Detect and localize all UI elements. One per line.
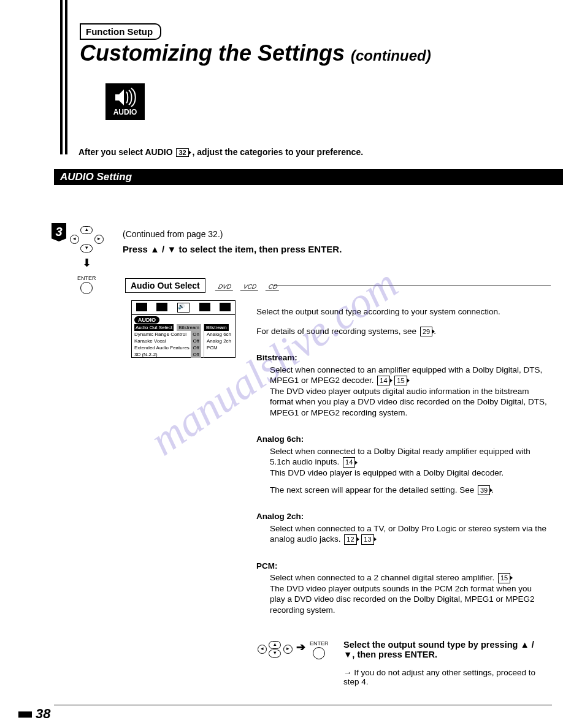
audio-out-select-heading: Audio Out Select bbox=[125, 278, 205, 293]
nav-block-bottom: ◂ ▴▾ ▸ ➔ ENTER bbox=[258, 639, 329, 659]
menu-opt: Analog 2ch bbox=[204, 338, 232, 344]
press-instruction: Press ▲ / ▼ to select the item, then pre… bbox=[123, 244, 342, 254]
vertical-rule-2 bbox=[65, 0, 67, 154]
menu-opt: Bitstream bbox=[204, 324, 229, 331]
bitstream-heading: Bitstream: bbox=[256, 352, 548, 363]
txt: This DVD video player is equipped with a… bbox=[270, 468, 504, 477]
description-column: Select the output sound type according t… bbox=[256, 304, 548, 615]
menu-item: Karaoke Vocal bbox=[134, 338, 166, 344]
enter-label: ENTER bbox=[77, 275, 96, 281]
analog6ch-body: Select when connected to a Dolby Digital… bbox=[256, 446, 548, 495]
audio-icon: AUDIO bbox=[105, 83, 145, 120]
p-output-type: Select the output sound type according t… bbox=[256, 306, 548, 317]
analog2ch-heading: Analog 2ch: bbox=[256, 511, 548, 522]
pcm-body: Select when connected to a 2 channel dig… bbox=[256, 572, 548, 615]
menu-items: Audio Out SelectBitstream Dynamic Range … bbox=[134, 324, 201, 358]
page-ref-15: 15 bbox=[394, 376, 407, 385]
section-tab: Function Setup bbox=[80, 23, 161, 40]
txt: Select when connected to a 2 channel dig… bbox=[270, 573, 497, 582]
menu-val: Off bbox=[191, 351, 201, 358]
page-ref-32: 32 bbox=[176, 148, 188, 157]
enter-button-icon-2 bbox=[313, 647, 325, 659]
page-ref-12: 12 bbox=[344, 534, 356, 544]
menu-val: Bitstream bbox=[177, 324, 201, 331]
menu-opt: PCM bbox=[204, 344, 232, 351]
txt: The DVD video player outputs sounds in t… bbox=[270, 584, 534, 615]
menu-val: Off bbox=[191, 344, 201, 351]
audio-icon-label: AUDIO bbox=[113, 108, 137, 116]
fmt-cd: CD bbox=[266, 283, 281, 290]
analog6ch-heading: Analog 6ch: bbox=[256, 434, 548, 445]
pcm-heading: PCM: bbox=[256, 561, 548, 572]
intro-text: After you select AUDIO 32 , adjust the c… bbox=[79, 147, 363, 157]
speaker-tab-icon: 🔊 bbox=[177, 303, 190, 313]
txt: The next screen will appear for the deta… bbox=[270, 485, 477, 495]
select-sub-instruction: → If you do not adjust any other setting… bbox=[343, 668, 546, 686]
analog2ch-body: Select when connected to a TV, or Dolby … bbox=[256, 523, 548, 545]
enter-button-icon bbox=[80, 282, 93, 294]
format-tags: DVD VCD CD bbox=[211, 281, 280, 290]
txt: Select when connected to a Dolby Digital… bbox=[270, 447, 530, 467]
enter-label-2: ENTER bbox=[310, 640, 329, 646]
fmt-vcd: VCD bbox=[240, 283, 260, 290]
divider-line bbox=[274, 286, 551, 286]
page-title: Customizing the Settings (continued) bbox=[80, 40, 431, 66]
intro-after: , adjust the categories to your preferen… bbox=[193, 147, 364, 157]
menu-item: Extended Audio Features bbox=[134, 344, 190, 351]
menu-val: Off bbox=[191, 338, 201, 344]
page-number: 38 bbox=[18, 706, 50, 722]
title-continued: (continued) bbox=[351, 47, 431, 64]
menu-item: Dynamic Range Control bbox=[134, 331, 186, 338]
page-ref-29: 29 bbox=[420, 327, 432, 336]
audio-setting-bar: AUDIO Setting bbox=[54, 169, 563, 185]
title-main: Customizing the Settings bbox=[80, 40, 345, 66]
page-ref-39: 39 bbox=[478, 485, 490, 495]
menu-audio-label: AUDIO bbox=[134, 316, 159, 324]
select-instruction: Select the output sound type by pressing… bbox=[343, 640, 546, 659]
txt: The DVD video player outputs digital aud… bbox=[270, 387, 547, 417]
page-ref-14b: 14 bbox=[343, 457, 355, 467]
vertical-rule-1 bbox=[60, 0, 63, 154]
menu-item: Audio Out Select bbox=[134, 324, 174, 331]
onscreen-menu: 🔊 AUDIO Audio Out SelectBitstream Dynami… bbox=[131, 300, 236, 358]
nav-pad-icon: ▴ ◂ ▸ ▾ ⬇ ENTER bbox=[70, 226, 104, 294]
menu-options: Bitstream Analog 6ch Analog 2ch PCM bbox=[204, 324, 232, 358]
fmt-dvd: DVD bbox=[215, 283, 235, 290]
bottom-rule bbox=[54, 705, 552, 705]
txt: Select when connected to a TV, or Dolby … bbox=[270, 524, 546, 544]
step-number: 3 bbox=[52, 223, 66, 241]
page-ref-14: 14 bbox=[377, 376, 389, 385]
bitstream-body: Select when connected to an amplifier eq… bbox=[256, 365, 548, 419]
menu-val: On bbox=[191, 331, 201, 338]
continued-from: (Continued from page 32.) bbox=[123, 229, 223, 239]
intro-before: After you select AUDIO bbox=[79, 147, 175, 157]
menu-item: 3D (N-2-2) bbox=[134, 351, 158, 358]
txt: For details of sound recording systems, … bbox=[256, 327, 419, 336]
page-ref-13: 13 bbox=[361, 534, 373, 544]
page-ref-15b: 15 bbox=[498, 573, 510, 583]
menu-opt: Analog 6ch bbox=[204, 331, 232, 338]
p-details: For details of sound recording systems, … bbox=[256, 326, 548, 337]
